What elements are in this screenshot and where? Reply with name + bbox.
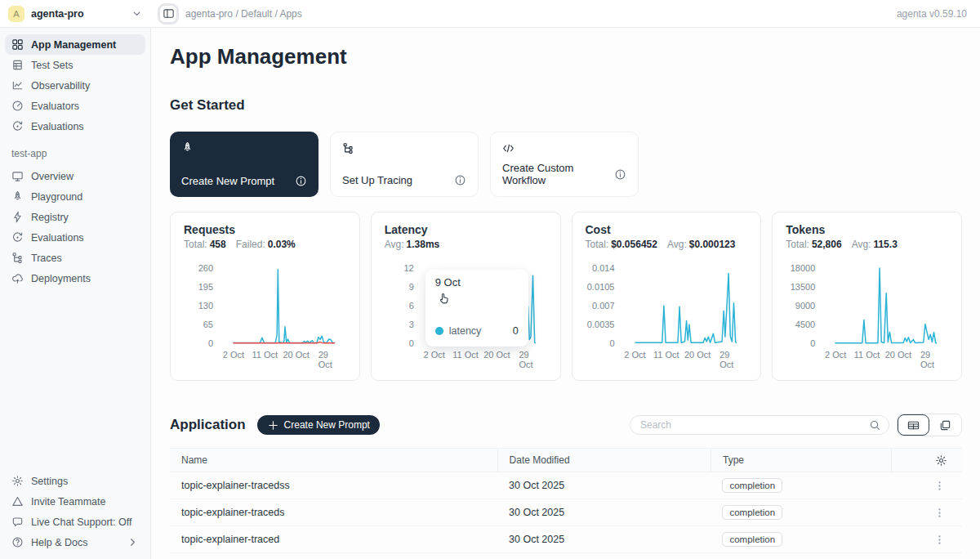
y-axis-tick: 0.0105 [586, 282, 615, 292]
y-axis-tick: 9 [385, 282, 414, 292]
evaluations-icon [11, 120, 24, 132]
sidebar-item-evaluations[interactable]: Evaluations [5, 116, 145, 136]
x-axis-tick: 20 Oct [483, 350, 510, 360]
main-content: App Management Get Started Create New Pr… [151, 28, 980, 559]
app-version: agenta v0.59.10 [897, 8, 980, 20]
column-header-settings [891, 449, 962, 472]
chat-icon [11, 516, 24, 528]
rocket-icon [181, 141, 307, 154]
column-header-name[interactable]: Name [170, 449, 497, 472]
table-row[interactable]: topic-explainer-tracedss30 Oct 2025compl… [170, 472, 962, 499]
sidebar-item-traces[interactable]: Traces [5, 248, 145, 268]
card-view-icon [939, 419, 951, 432]
grid-icon [11, 38, 24, 51]
chart-plot: 0.0140.01050.0070.003502 Oct11 Oct20 Oct… [586, 258, 748, 366]
sidebar-item-label: Traces [31, 253, 62, 264]
workspace-name: agenta-pro [31, 8, 124, 20]
chart-card-cost: CostTotal:$0.056452Avg:$0.0001230.0140.0… [572, 212, 762, 381]
help-icon [11, 536, 24, 548]
sidebar-item-label: Invite Teammate [31, 496, 105, 508]
sidebar-item-label: Playground [31, 191, 82, 203]
evaluations-icon [11, 231, 24, 244]
app-date-modified: 30 Oct 2025 [497, 472, 710, 499]
sidebar-item-live-chat-support-off[interactable]: Live Chat Support: Off [5, 512, 145, 532]
sidebar-item-evaluators[interactable]: Evaluators [5, 96, 145, 116]
sidebar-item-overview[interactable]: Overview [5, 166, 145, 186]
row-menu-kebab-icon[interactable] [902, 534, 951, 546]
table-view-button[interactable] [898, 414, 929, 436]
info-icon[interactable] [614, 168, 626, 181]
card-label: Create Custom Workflow [502, 162, 614, 186]
row-menu-kebab-icon[interactable] [902, 480, 951, 492]
table-row[interactable]: topic-explainer-traceds30 Oct 2025comple… [170, 499, 962, 526]
tooltip-date: 9 Oct [435, 276, 519, 288]
breadcrumb[interactable]: agenta-pro / Default / Apps [185, 8, 302, 20]
get-started-card-create-custom-workflow[interactable]: Create Custom Workflow [490, 132, 639, 197]
sidebar-item-evaluations[interactable]: Evaluations [5, 227, 145, 248]
sidebar-item-observability[interactable]: Observability [5, 75, 145, 96]
card-label: Create New Prompt [181, 175, 274, 187]
app-type: completion [710, 526, 891, 553]
x-axis-tick: 29 Oct [719, 350, 738, 369]
get-started-card-set-up-tracing[interactable]: Set Up Tracing [330, 132, 479, 197]
row-menu-kebab-icon[interactable] [902, 507, 951, 519]
code-icon [502, 142, 626, 154]
get-started-card-create-new-prompt[interactable]: Create New Prompt [170, 132, 318, 197]
x-axis-tick: 11 Oct [854, 350, 880, 360]
chart-line-svg [220, 258, 349, 348]
app-name[interactable]: topic-explainer-tracedss [170, 472, 497, 499]
sidebar-item-label: Observability [31, 80, 90, 92]
x-axis-tick: 29 Oct [519, 350, 537, 369]
tooltip-value: 0 [513, 325, 519, 337]
create-new-prompt-button[interactable]: Create New Prompt [257, 415, 380, 435]
app-date-modified: 30 Oct 2025 [497, 526, 710, 553]
app-name[interactable]: career-assessment [170, 553, 497, 559]
card-view-button[interactable] [929, 414, 961, 436]
app-type: completion [710, 499, 891, 526]
sidebar-item-label: Overview [31, 171, 74, 182]
sidebar-item-playground[interactable]: Playground [5, 186, 145, 207]
y-axis-tick: 18000 [786, 263, 815, 273]
table-row[interactable]: topic-explainer-traced30 Oct 2025complet… [170, 526, 962, 553]
table-view-icon [907, 419, 920, 432]
column-header-type[interactable]: Type [710, 449, 891, 472]
search-input[interactable] [640, 419, 869, 431]
column-header-date-modified[interactable]: Date Modified [497, 449, 710, 472]
type-badge: completion [722, 478, 782, 493]
table-row[interactable]: career-assessment27 Oct 2025completion [170, 553, 962, 559]
chart-tooltip: 9 Octlatency0 [425, 270, 528, 347]
overview-icon [11, 170, 24, 182]
sidebar-item-settings[interactable]: Settings [5, 471, 145, 491]
sidebar-item-deployments[interactable]: Deployments [5, 268, 145, 288]
info-icon[interactable] [295, 175, 307, 187]
sidebar-item-label: Help & Docs [31, 537, 87, 548]
chart-stats: Total:$0.056452Avg:$0.000123 [586, 239, 748, 250]
app-type: completion [710, 472, 891, 499]
workspace-switcher[interactable]: A agenta-pro [0, 6, 151, 22]
sidebar-item-help-docs[interactable]: Help & Docs [5, 532, 145, 552]
y-axis-tick: 3 [385, 320, 414, 329]
sidebar-item-registry[interactable]: Registry [5, 207, 145, 227]
app-name[interactable]: topic-explainer-traceds [170, 499, 497, 526]
hand-cursor-icon [437, 291, 451, 305]
invite-icon [11, 495, 24, 508]
sidebar-item-app-management[interactable]: App Management [5, 34, 145, 55]
chart-title: Cost [586, 223, 748, 236]
chart-card-tokens: TokensTotal:52,806Avg:115.31800013500900… [772, 212, 962, 381]
sidebar-item-test-sets[interactable]: Test Sets [5, 55, 145, 75]
sidebar-item-label: Settings [31, 476, 68, 487]
y-axis-tick: 0.007 [586, 301, 615, 311]
y-axis-tick: 0.0035 [586, 320, 615, 329]
sidebar-toggle-button[interactable] [158, 3, 179, 25]
workspace-avatar: A [8, 6, 24, 22]
table-settings-gear-icon[interactable] [903, 454, 951, 467]
registry-icon [11, 211, 24, 223]
sidebar-item-invite-teammate[interactable]: Invite Teammate [5, 491, 145, 512]
y-axis-tick: 0 [586, 338, 615, 348]
app-name[interactable]: topic-explainer-traced [170, 526, 497, 553]
chart-stats: Total:458Failed:0.03% [184, 239, 346, 250]
info-icon[interactable] [454, 174, 466, 186]
y-axis-tick: 9000 [786, 301, 815, 311]
search-icon [869, 419, 881, 432]
sidebar-item-label: Evaluations [31, 121, 84, 132]
